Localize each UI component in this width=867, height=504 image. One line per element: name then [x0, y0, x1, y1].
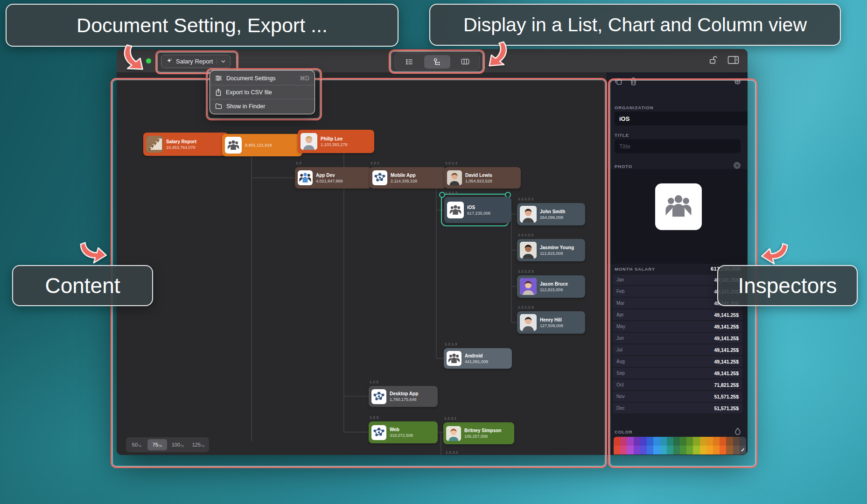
color-swatch[interactable] — [686, 437, 693, 446]
color-swatch[interactable] — [693, 437, 699, 446]
color-swatch[interactable] — [627, 437, 633, 446]
node-value: 112,815,008 — [540, 287, 568, 292]
color-swatch[interactable] — [614, 437, 620, 446]
color-swatch[interactable] — [700, 446, 706, 455]
salary-row-oct[interactable]: Oct71,821.25$ — [613, 379, 742, 390]
salary-row-dec[interactable]: Dec51,571.25$ — [613, 403, 742, 413]
color-swatch[interactable] — [733, 437, 740, 446]
color-palette: ✓ — [614, 437, 746, 455]
chart-view-button[interactable] — [424, 55, 450, 69]
zoom-control: 50% 75% 100% 125% — [126, 437, 209, 452]
org-node-mobile-app[interactable]: Mobile App2,114,339,328 — [370, 167, 446, 189]
color-swatch[interactable] — [726, 437, 733, 446]
month-salary-label: MONTH SALARY — [615, 266, 655, 272]
org-node-salary-report[interactable]: Salary Report10,453,764,078 — [143, 133, 228, 156]
salary-row-sep[interactable]: Sep49,141.25$ — [613, 368, 742, 378]
org-node-jason-bruce[interactable]: Jason Bruce112,815,008 — [517, 275, 585, 298]
menu-item-export-csv[interactable]: Export to CSV file — [210, 85, 315, 99]
color-swatch[interactable] — [647, 437, 653, 446]
color-swatch[interactable] — [720, 437, 726, 446]
node-value: 127,509,008 — [540, 323, 563, 328]
content-canvas[interactable]: Salary Report10,453,764,0788,901,121,618… — [117, 72, 607, 455]
color-swatch[interactable] — [673, 446, 680, 455]
color-swatch[interactable] — [706, 437, 713, 446]
sliders-icon — [215, 75, 222, 82]
arrow-to-inspector — [753, 230, 793, 270]
unlock-icon[interactable] — [708, 55, 718, 65]
zoom-125-button[interactable]: 125% — [189, 439, 208, 450]
org-node-jasmine-young[interactable]: Jasmine Young112,815,008 — [517, 239, 585, 261]
salary-row-aug[interactable]: Aug49,141.25$ — [613, 356, 742, 367]
org-node-web[interactable]: Web319,072,508 — [369, 421, 438, 443]
org-node-john-smith[interactable]: John Smith264,096,008 — [517, 203, 585, 225]
org-node-britney-simpson[interactable]: Britney Simpson106,257,008 — [443, 422, 514, 444]
color-swatch[interactable] — [720, 446, 726, 455]
menu-item-document-settings[interactable]: Document Settings ⌘D — [210, 71, 315, 85]
node-value: 8,901,121,618 — [245, 143, 272, 147]
color-swatch[interactable] — [620, 446, 627, 455]
color-swatch[interactable] — [700, 437, 706, 446]
color-swatch[interactable] — [634, 437, 640, 446]
zoom-75-button[interactable]: 75% — [147, 439, 167, 450]
color-swatch[interactable] — [667, 437, 673, 446]
color-swatch[interactable] — [713, 437, 720, 446]
toggle-sidebar-icon[interactable] — [727, 55, 739, 65]
color-swatch[interactable] — [693, 446, 699, 455]
color-swatch[interactable] — [740, 437, 746, 446]
salary-row-nov[interactable]: Nov51,571.25$ — [613, 391, 742, 402]
color-swatch[interactable] — [680, 446, 686, 455]
color-swatch[interactable] — [660, 437, 666, 446]
salary-row-may[interactable]: May49,141.25$ — [613, 321, 742, 332]
duplicate-icon[interactable] — [615, 77, 622, 85]
trash-icon[interactable] — [629, 77, 637, 85]
color-swatch[interactable] — [653, 437, 660, 446]
org-node-david-lewis[interactable]: David Lewis1,054,823,528 — [444, 167, 521, 189]
list-view-button[interactable] — [396, 55, 422, 69]
color-swatch[interactable] — [706, 446, 713, 455]
color-swatch[interactable] — [680, 437, 686, 446]
document-menu-button[interactable]: Salary Report — [161, 55, 231, 68]
color-swatch[interactable] — [647, 446, 653, 455]
node-name: Jason Bruce — [540, 281, 568, 287]
org-node-philip-lee[interactable]: Philip Lee1,103,393,278 — [298, 130, 374, 153]
org-node-app-dev[interactable]: App Dev4,021,847,869 — [295, 167, 371, 189]
title-input[interactable] — [615, 139, 741, 153]
org-node-desktop-app[interactable]: Desktop App1,760,175,648 — [369, 386, 438, 407]
clear-photo-icon[interactable]: ✕ — [734, 162, 741, 169]
color-swatch[interactable] — [686, 446, 693, 455]
zoom-100-button[interactable]: 100% — [168, 439, 188, 450]
column-view-button[interactable] — [452, 55, 478, 69]
color-swatch[interactable] — [673, 437, 680, 446]
color-swatch[interactable] — [620, 437, 627, 446]
color-swatch[interactable]: ✓ — [740, 446, 746, 455]
color-swatch[interactable] — [634, 446, 640, 455]
color-swatch[interactable] — [614, 446, 620, 455]
document-dropdown-menu: Document Settings ⌘D Export to CSV file … — [210, 70, 315, 114]
node-index-label: 1.2.1.2.3 — [518, 269, 534, 273]
color-swatch[interactable] — [667, 446, 673, 455]
org-node-unnamed[interactable]: 8,901,121,618 — [222, 134, 302, 156]
organization-field[interactable]: iOS — [615, 112, 748, 126]
photo-dropzone[interactable] — [607, 169, 748, 264]
salary-row-jun[interactable]: Jun49,141.25$ — [613, 333, 742, 343]
shortcut-label: ⌘D — [300, 75, 309, 82]
color-swatch[interactable] — [627, 446, 633, 455]
color-swatch[interactable] — [640, 446, 647, 455]
salary-row-apr[interactable]: Apr49,141.25$ — [613, 309, 742, 320]
node-name: iOS — [467, 205, 490, 210]
color-swatch[interactable] — [713, 446, 720, 455]
zoom-50-button[interactable]: 50% — [127, 439, 147, 450]
color-swatch[interactable] — [653, 446, 660, 455]
node-name: App Dev — [316, 173, 343, 178]
color-swatch[interactable] — [726, 446, 733, 455]
menu-item-show-in-finder[interactable]: Show in Finder — [210, 99, 315, 113]
settings-gear-icon[interactable] — [734, 77, 741, 85]
org-node-henry-hill[interactable]: Henry Hill127,509,008 — [517, 311, 585, 334]
color-droplet-icon[interactable] — [734, 427, 741, 435]
salary-row-jul[interactable]: Jul49,141.25$ — [613, 344, 742, 355]
color-swatch[interactable] — [733, 446, 740, 455]
org-node-android[interactable]: Android441,081,008 — [444, 348, 512, 369]
color-swatch[interactable] — [660, 446, 666, 455]
org-node-ios[interactable]: iOS617,235,008 — [444, 197, 511, 223]
color-swatch[interactable] — [640, 437, 647, 446]
